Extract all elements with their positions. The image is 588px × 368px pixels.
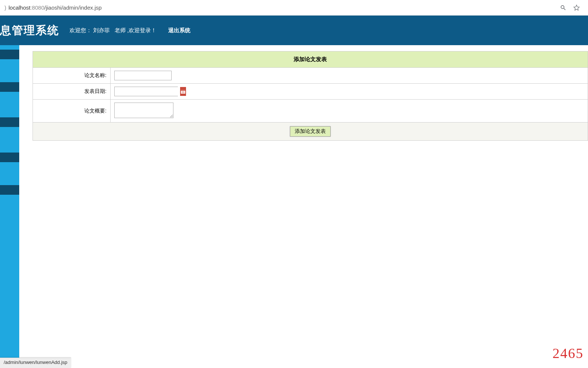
url-port: :8080: [30, 4, 44, 11]
calendar-icon[interactable]: [180, 87, 186, 96]
search-icon[interactable]: [560, 4, 567, 11]
logout-link[interactable]: 退出系统: [168, 27, 190, 34]
svg-rect-1: [181, 90, 185, 91]
url-display[interactable]: ) localhost:8080/jiaoshi/admin/index.jsp: [4, 4, 560, 11]
app-title: 息管理系统: [0, 23, 59, 38]
input-paper-name[interactable]: [114, 71, 172, 80]
input-paper-summary[interactable]: [114, 103, 173, 118]
sidebar-item[interactable]: [0, 82, 19, 92]
browser-address-bar: ) localhost:8080/jiaoshi/admin/index.jsp: [0, 0, 588, 16]
sidebar: [0, 45, 19, 358]
date-picker-wrap[interactable]: [114, 87, 178, 96]
watermark: 2465: [552, 345, 584, 358]
star-icon[interactable]: [573, 4, 580, 11]
submit-button[interactable]: 添加论文发表: [290, 126, 331, 137]
main-content: 添加论文发表 论文名称: 发表日期:: [19, 45, 588, 358]
form-table: 添加论文发表 论文名称: 发表日期:: [33, 51, 588, 141]
welcome-message: 欢迎您： 刘亦菲 老师 ,欢迎登录！: [70, 27, 156, 34]
sidebar-item[interactable]: [0, 185, 19, 195]
label-paper-summary: 论文概要:: [33, 100, 111, 123]
form-title: 添加论文发表: [33, 51, 588, 68]
url-host: localhost: [9, 4, 30, 11]
app-header: 息管理系统 欢迎您： 刘亦菲 老师 ,欢迎登录！ 退出系统: [0, 16, 588, 45]
label-paper-name: 论文名称:: [33, 68, 111, 84]
label-publish-date: 发表日期:: [33, 84, 111, 100]
url-path: /jiaoshi/admin/index.jsp: [44, 4, 102, 11]
sidebar-item[interactable]: [0, 117, 19, 127]
input-publish-date[interactable]: [115, 87, 180, 96]
sidebar-item[interactable]: [0, 153, 19, 162]
sidebar-item[interactable]: [0, 50, 19, 59]
